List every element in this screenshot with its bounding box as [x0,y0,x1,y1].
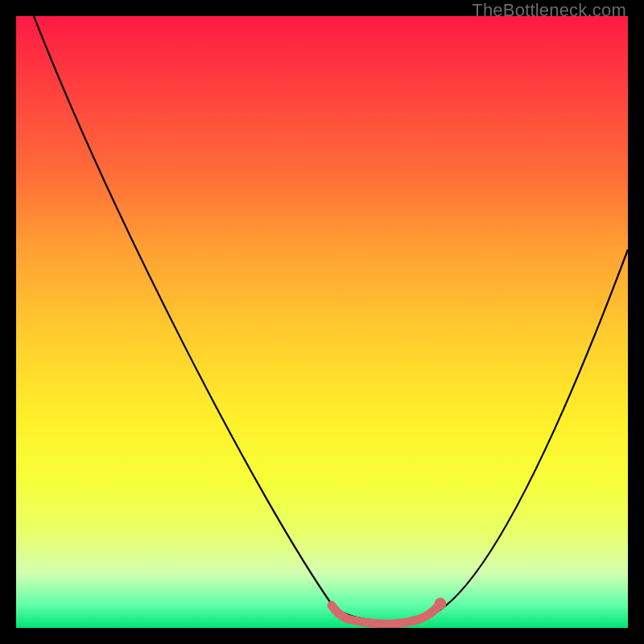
plot-area [16,16,628,628]
bottleneck-curve [34,16,628,621]
chart-frame: TheBottleneck.com [0,0,644,644]
watermark-text: TheBottleneck.com [472,0,626,21]
valley-highlight-end-dot-icon [435,598,447,610]
curve-layer [16,16,628,628]
